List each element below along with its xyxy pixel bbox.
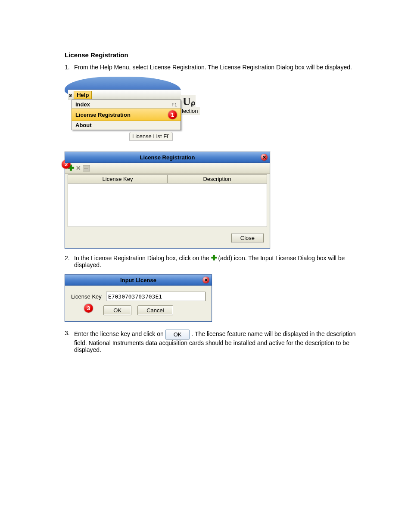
step-3-text: Enter the license key and click on OK . …	[74, 330, 368, 353]
background-title-fragment: Uᵨ	[180, 95, 196, 108]
column-license-key[interactable]: License Key	[68, 175, 168, 183]
bottom-rule	[43, 493, 368, 493]
menu-item-about[interactable]: About	[72, 121, 181, 130]
step-2: 2. In the License Registration Dialog bo…	[65, 255, 368, 268]
step-3: 3. Enter the license key and click on OK…	[65, 330, 368, 353]
column-description[interactable]: Description	[168, 175, 267, 183]
step-2-text-a: In the License Registration Dialog box, …	[74, 255, 211, 261]
grid-header-row: License Key Description	[68, 174, 267, 184]
cancel-button[interactable]: Cancel	[137, 305, 173, 315]
menu-item-index-label: Index	[75, 101, 90, 108]
dialog-toolbar: ✚ ✕	[65, 163, 270, 174]
input-dialog-title: Input License	[120, 277, 156, 283]
input-dialog-titlebar: Input License ✕	[65, 275, 212, 286]
license-key-label: License Key	[71, 293, 102, 300]
close-icon[interactable]: ✕	[202, 277, 209, 283]
edit-icon[interactable]	[83, 165, 90, 171]
close-button[interactable]: Close	[231, 233, 264, 243]
menubar-fragment: s Help	[68, 90, 181, 100]
menu-help[interactable]: Help	[74, 91, 92, 99]
step-1: 1. From the Help Menu, select License Re…	[65, 64, 368, 71]
section-title: License Registration	[65, 51, 368, 59]
close-icon[interactable]: ✕	[261, 154, 268, 161]
step-1-text: From the Help Menu, select License Regis…	[74, 64, 368, 71]
help-menu-figure: s Help Uᵨ lection Index F1 License Regis…	[65, 77, 368, 146]
menubar-partial-letter: s	[69, 92, 74, 98]
ok-button[interactable]: OK	[103, 305, 131, 315]
license-key-input[interactable]	[106, 292, 206, 301]
dialog-titlebar: License Registration ✕	[65, 152, 270, 163]
callout-3: 3	[84, 304, 93, 313]
step-3-number: 3.	[65, 330, 74, 353]
step-1-number: 1.	[65, 64, 74, 71]
inline-add-icon: ✚	[211, 254, 217, 261]
step-2-number: 2.	[65, 255, 74, 268]
top-rule	[43, 39, 368, 39]
license-registration-dialog: 2 License Registration ✕ ✚ ✕ License Key…	[65, 152, 270, 249]
dialog-title: License Registration	[140, 154, 195, 161]
menu-item-index[interactable]: Index F1	[72, 100, 181, 109]
inline-ok-button: OK	[165, 330, 190, 339]
background-text-fragment: lection	[180, 107, 200, 115]
input-license-dialog-figure: Input License ✕ License Key 3 OK Cancel	[65, 274, 368, 322]
step-2-text: In the License Registration Dialog box, …	[74, 255, 368, 268]
input-license-dialog: Input License ✕ License Key 3 OK Cancel	[65, 274, 212, 322]
background-tab-fragment: License List Fiʹ	[129, 132, 173, 141]
grid-body[interactable]	[68, 184, 267, 227]
step-3-text-a: Enter the license key and click on	[74, 330, 165, 337]
menu-item-index-shortcut: F1	[171, 102, 177, 107]
callout-1: 1	[168, 110, 177, 119]
menu-item-license-registration[interactable]: License Registration 1	[72, 109, 181, 121]
menu-item-license-registration-label: License Registration	[75, 112, 131, 118]
help-dropdown: Index F1 License Registration 1 About	[72, 100, 181, 130]
delete-icon[interactable]: ✕	[76, 165, 81, 171]
license-registration-dialog-figure: 2 License Registration ✕ ✚ ✕ License Key…	[65, 152, 368, 249]
menu-item-about-label: About	[75, 122, 92, 128]
